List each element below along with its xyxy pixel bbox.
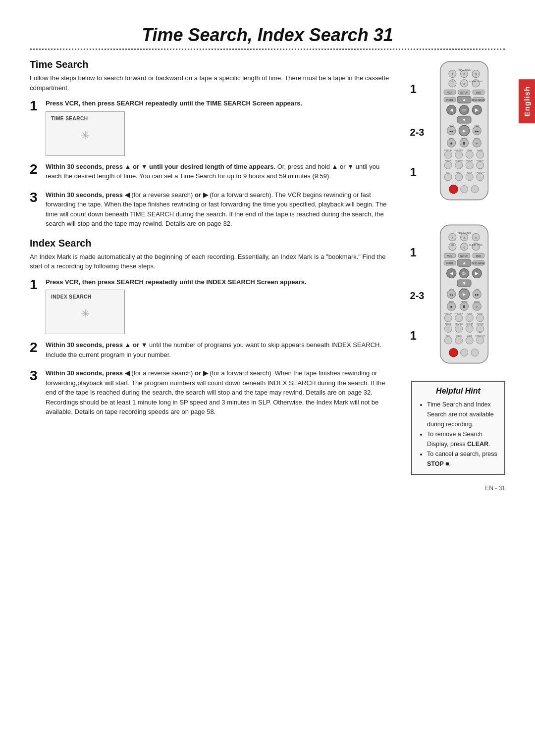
svg-point-151 bbox=[466, 337, 474, 344]
svg-point-54 bbox=[466, 151, 474, 158]
svg-text:OK: OK bbox=[462, 272, 467, 275]
main-layout: Time Search Follow the steps below to se… bbox=[30, 59, 505, 475]
svg-text:CLEAR TITLE: CLEAR TITLE bbox=[470, 244, 483, 246]
svg-text:SPEED: SPEED bbox=[456, 335, 462, 337]
helpful-hint-list: Time Search and Index Search are not ava… bbox=[419, 400, 497, 469]
svg-text:0: 0 bbox=[464, 246, 465, 249]
svg-text:VCR: VCR bbox=[447, 255, 453, 257]
step-number-1: 1 bbox=[30, 99, 42, 114]
svg-text:SEARCH: SEARCH bbox=[455, 323, 463, 325]
svg-point-133 bbox=[455, 314, 463, 322]
svg-text:DVD: DVD bbox=[476, 255, 482, 257]
page-number: EN - 31 bbox=[30, 485, 505, 492]
svg-text:REC: REC bbox=[446, 335, 450, 337]
svg-text:REPEAT: REPEAT bbox=[477, 160, 484, 162]
svg-text:TRACKING: TRACKING bbox=[458, 232, 472, 235]
time-search-step-2: 2 Within 30 seconds, press ▲ or ▼ until … bbox=[30, 162, 396, 184]
svg-text:PLAY: PLAY bbox=[462, 288, 467, 290]
svg-point-78 bbox=[461, 186, 468, 193]
index-step-1-text: Press VCR, then press SEARCH repeatedly … bbox=[46, 277, 396, 287]
svg-text:0: 0 bbox=[464, 83, 465, 86]
svg-point-79 bbox=[471, 186, 479, 193]
index-step-number-2: 2 bbox=[30, 340, 42, 355]
svg-point-141 bbox=[455, 325, 463, 332]
svg-text:SEARCH: SEARCH bbox=[455, 160, 463, 162]
svg-text:▶: ▶ bbox=[476, 107, 479, 112]
svg-text:DVD: DVD bbox=[476, 92, 482, 94]
svg-point-149 bbox=[445, 337, 452, 344]
top-remote-section: 1 2-3 1 TRACKING 7 8 9 bbox=[410, 59, 502, 202]
index-search-step-1: 1 Press VCR, then press SEARCH repeatedl… bbox=[30, 277, 396, 335]
svg-text:SETUP: SETUP bbox=[460, 255, 468, 257]
svg-point-152 bbox=[477, 337, 484, 344]
time-search-section: Time Search Follow the steps below to se… bbox=[30, 59, 396, 232]
page-title: Time Search, Index Search 31 bbox=[30, 25, 505, 46]
svg-text:DISC MENU: DISC MENU bbox=[472, 262, 486, 265]
svg-text:◀◀: ◀◀ bbox=[450, 130, 454, 133]
svg-text:↩: ↩ bbox=[476, 305, 479, 308]
svg-point-142 bbox=[466, 325, 474, 332]
svg-text:A-B: A-B bbox=[479, 168, 482, 170]
svg-text:DISC MENU: DISC MENU bbox=[472, 99, 486, 101]
svg-text:SUBTITLE: SUBTITLE bbox=[455, 313, 464, 315]
time-search-step-3: 3 Within 30 seconds, press ◀ (for a reve… bbox=[30, 190, 396, 232]
index-step-2-text: Within 30 seconds, press ▲ or ▼ until th… bbox=[46, 340, 396, 359]
svg-text:■: ■ bbox=[450, 304, 453, 309]
svg-text:SUBTITLE: SUBTITLE bbox=[455, 150, 464, 151]
svg-text:▶: ▶ bbox=[463, 129, 466, 133]
svg-text:8: 8 bbox=[464, 73, 465, 76]
svg-text:▼: ▼ bbox=[462, 117, 467, 122]
svg-text:▶: ▶ bbox=[463, 292, 466, 297]
svg-text:■: ■ bbox=[450, 141, 453, 146]
svg-text:▶▶: ▶▶ bbox=[475, 130, 479, 133]
screen-icon-index: ✳ bbox=[51, 302, 119, 326]
svg-point-55 bbox=[477, 151, 484, 158]
time-search-intro: Follow the steps below to search forward… bbox=[30, 73, 396, 93]
svg-text:◀: ◀ bbox=[450, 107, 453, 112]
step-3-content: Within 30 seconds, press ◀ (for a revers… bbox=[46, 190, 396, 232]
svg-text:TIMER SET: TIMER SET bbox=[476, 172, 486, 174]
top-label-23: 2-3 bbox=[410, 126, 425, 138]
svg-text:9: 9 bbox=[476, 73, 477, 76]
index-step-3-content: Within 30 seconds, press ◀ (for a revers… bbox=[46, 368, 396, 420]
svg-point-62 bbox=[466, 161, 474, 169]
svg-text:TIMER SET: TIMER SET bbox=[476, 335, 486, 337]
left-column: Time Search Follow the steps below to se… bbox=[30, 59, 396, 475]
svg-text:REPEAT: REPEAT bbox=[466, 323, 474, 325]
svg-text:REC: REC bbox=[446, 172, 450, 174]
svg-text:7: 7 bbox=[452, 236, 453, 239]
step-2-text: Within 30 seconds, press ▲ or ▼ until yo… bbox=[46, 162, 396, 181]
top-label-1b: 1 bbox=[410, 165, 425, 180]
svg-text:AUDIO: AUDIO bbox=[478, 313, 483, 315]
svg-text:ANGLE: ANGLE bbox=[445, 323, 452, 325]
svg-text:SPEED: SPEED bbox=[456, 172, 462, 174]
svg-text:DISPLAY: DISPLAY bbox=[444, 313, 452, 315]
bottom-label-1: 1 bbox=[410, 246, 425, 260]
svg-text:⏸: ⏸ bbox=[462, 304, 466, 309]
hint-item-1: Time Search and Index Search are not ava… bbox=[427, 400, 497, 429]
index-step-number-3: 3 bbox=[30, 368, 42, 384]
bottom-side-numbers: 1 2-3 1 bbox=[410, 246, 425, 343]
svg-text:↩: ↩ bbox=[476, 142, 479, 145]
svg-point-158 bbox=[461, 349, 468, 356]
time-search-screen: TIME SEARCH ✳ bbox=[46, 111, 125, 156]
bottom-label-1b: 1 bbox=[410, 329, 425, 343]
svg-text:FFW: FFW bbox=[475, 288, 480, 291]
screen-label-time: TIME SEARCH bbox=[51, 116, 119, 121]
index-step-1-content: Press VCR, then press SEARCH repeatedly … bbox=[46, 277, 396, 335]
svg-point-60 bbox=[445, 161, 452, 169]
index-search-step-2: 2 Within 30 seconds, press ▲ or ▼ until … bbox=[30, 340, 396, 362]
right-column: 1 2-3 1 TRACKING 7 8 9 bbox=[406, 59, 505, 475]
svg-text:REPEAT: REPEAT bbox=[477, 323, 484, 325]
index-search-intro: An Index Mark is made automatically at t… bbox=[30, 252, 396, 271]
svg-point-157 bbox=[449, 349, 458, 357]
svg-text:PAUSE: PAUSE bbox=[461, 301, 468, 303]
hint-item-3: To cancel a search, press STOP ■. bbox=[427, 449, 497, 469]
english-tab: English bbox=[519, 79, 535, 123]
index-search-step-3: 3 Within 30 seconds, press ◀ (for a reve… bbox=[30, 368, 396, 420]
svg-point-52 bbox=[445, 151, 452, 158]
svg-text:ANGLE: ANGLE bbox=[445, 160, 452, 162]
svg-text:◀: ◀ bbox=[450, 271, 453, 276]
svg-text:PLAY: PLAY bbox=[462, 124, 467, 127]
svg-text:▶: ▶ bbox=[476, 271, 479, 276]
